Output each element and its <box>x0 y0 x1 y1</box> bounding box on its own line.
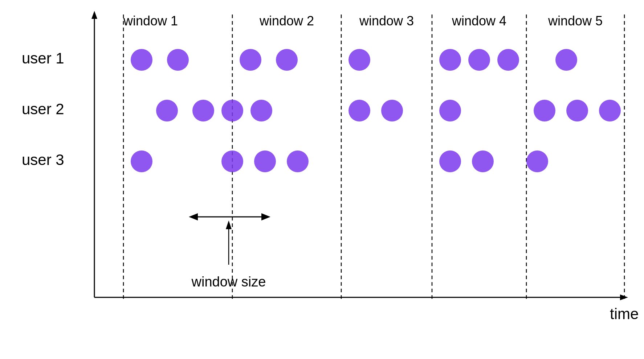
dot-u1-w4-3 <box>497 49 519 71</box>
dot-u3-w1-1 <box>131 150 152 172</box>
dot-u1-w2-2 <box>276 49 298 71</box>
chart-container: time user 1 user 2 user 3 window 1 windo… <box>0 0 644 359</box>
x-axis-label: time <box>610 305 639 322</box>
window-label-2: window 2 <box>259 13 314 28</box>
dot-u2-w1-1 <box>156 100 178 121</box>
dot-u2-w5-3 <box>599 100 621 121</box>
dot-u2-w5-2 <box>566 100 588 121</box>
svg-marker-14 <box>226 220 232 229</box>
window-label-5: window 5 <box>548 13 603 28</box>
svg-marker-11 <box>189 213 198 220</box>
dot-u2-w1-2 <box>192 100 214 121</box>
dot-u2-w4-1 <box>439 100 461 121</box>
dot-u3-w2-1 <box>221 150 243 172</box>
dot-u2-w2-2 <box>250 100 272 121</box>
dot-u1-w2-1 <box>240 49 261 71</box>
dot-u2-w5-1 <box>534 100 555 121</box>
dot-u1-w3-1 <box>349 49 370 71</box>
window-label-1: window 1 <box>123 13 178 28</box>
window-size-label: window size <box>191 274 266 289</box>
dot-u2-w2-1 <box>221 100 243 121</box>
dot-u2-w3-2 <box>381 100 403 121</box>
dot-u1-w5-1 <box>555 49 577 71</box>
dot-u3-w5-1 <box>526 150 548 172</box>
dot-u1-w1-2 <box>167 49 189 71</box>
dot-u3-w2-3 <box>287 150 309 172</box>
y-label-user1: user 1 <box>22 50 64 67</box>
y-label-user2: user 2 <box>22 100 64 117</box>
dot-u1-w1-1 <box>131 49 152 71</box>
window-label-3: window 3 <box>359 13 414 28</box>
svg-marker-12 <box>261 213 270 220</box>
dot-u1-w4-2 <box>468 49 490 71</box>
y-label-user3: user 3 <box>22 151 64 168</box>
dot-u3-w2-2 <box>254 150 276 172</box>
dot-u3-w4-1 <box>439 150 461 172</box>
dot-u2-w3-1 <box>349 100 370 121</box>
svg-marker-1 <box>91 11 97 19</box>
dot-u3-w4-2 <box>472 150 494 172</box>
dot-u1-w4-1 <box>439 49 461 71</box>
window-label-4: window 4 <box>452 13 506 28</box>
